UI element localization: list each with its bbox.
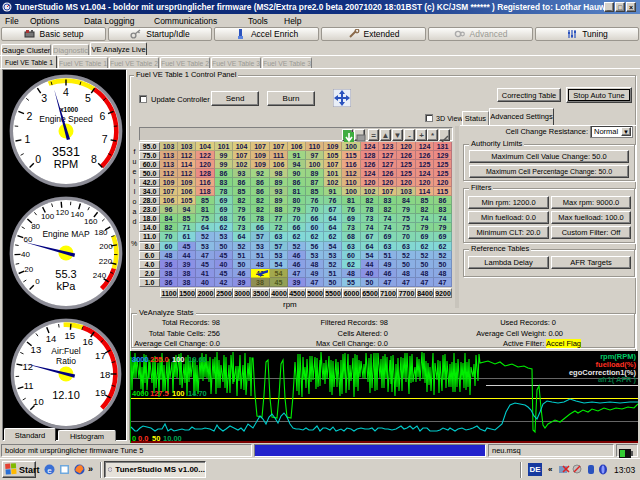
svg-text:0.0: 0.0 bbox=[138, 434, 148, 443]
svg-text:100: 100 bbox=[41, 212, 55, 221]
svg-text:19: 19 bbox=[95, 387, 106, 398]
svg-text:19.60: 19.60 bbox=[188, 355, 207, 364]
svg-text:10: 10 bbox=[33, 396, 44, 407]
svg-text:17: 17 bbox=[95, 350, 106, 361]
svg-text:afr1( AFR ): afr1( AFR ) bbox=[598, 375, 637, 384]
svg-text:Engine MAP: Engine MAP bbox=[42, 229, 90, 239]
svg-text:7: 7 bbox=[102, 133, 108, 145]
svg-text:80: 80 bbox=[31, 222, 40, 231]
svg-text:12.10: 12.10 bbox=[52, 389, 80, 401]
svg-text:RPM: RPM bbox=[54, 158, 78, 170]
svg-text:Ratio: Ratio bbox=[56, 356, 76, 366]
svg-text:8000: 8000 bbox=[132, 355, 149, 364]
svg-text:100: 100 bbox=[172, 355, 185, 364]
svg-text:kPa: kPa bbox=[57, 280, 77, 292]
svg-text:Engine Speed: Engine Speed bbox=[39, 114, 93, 124]
svg-text:160: 160 bbox=[84, 217, 98, 226]
svg-text:14.70: 14.70 bbox=[188, 389, 207, 398]
svg-text:0: 0 bbox=[132, 434, 136, 443]
svg-text:1: 1 bbox=[24, 133, 30, 145]
svg-text:50: 50 bbox=[152, 434, 160, 443]
svg-text:3: 3 bbox=[41, 92, 47, 104]
svg-text:2: 2 bbox=[27, 110, 33, 122]
svg-text:240: 240 bbox=[93, 271, 107, 280]
svg-text:8: 8 bbox=[91, 153, 97, 165]
svg-text:e: e bbox=[47, 466, 52, 475]
svg-text:40: 40 bbox=[21, 250, 30, 259]
svg-text:5: 5 bbox=[85, 92, 91, 104]
svg-text:255.0: 255.0 bbox=[150, 355, 169, 364]
svg-text:4000: 4000 bbox=[132, 389, 149, 398]
svg-text:0: 0 bbox=[35, 277, 40, 286]
svg-text:180: 180 bbox=[94, 228, 108, 237]
svg-text:12: 12 bbox=[22, 361, 33, 372]
svg-text:60: 60 bbox=[23, 235, 32, 244]
svg-text:4: 4 bbox=[63, 86, 69, 98]
svg-text:100: 100 bbox=[172, 389, 185, 398]
svg-text:13: 13 bbox=[31, 344, 42, 355]
svg-text:127.5: 127.5 bbox=[150, 389, 169, 398]
svg-text:10.00: 10.00 bbox=[163, 434, 182, 443]
svg-text:0: 0 bbox=[35, 153, 41, 165]
svg-text:55.3: 55.3 bbox=[55, 268, 76, 280]
svg-text:200: 200 bbox=[99, 242, 113, 251]
svg-text:11: 11 bbox=[24, 380, 34, 391]
svg-text:20: 20 bbox=[24, 265, 33, 274]
svg-text:140: 140 bbox=[71, 210, 85, 219]
svg-text:x1000: x1000 bbox=[60, 106, 78, 113]
svg-text:18: 18 bbox=[100, 369, 111, 380]
svg-text:6: 6 bbox=[100, 110, 106, 122]
svg-text:120: 120 bbox=[56, 208, 70, 217]
svg-text:220: 220 bbox=[99, 257, 113, 266]
